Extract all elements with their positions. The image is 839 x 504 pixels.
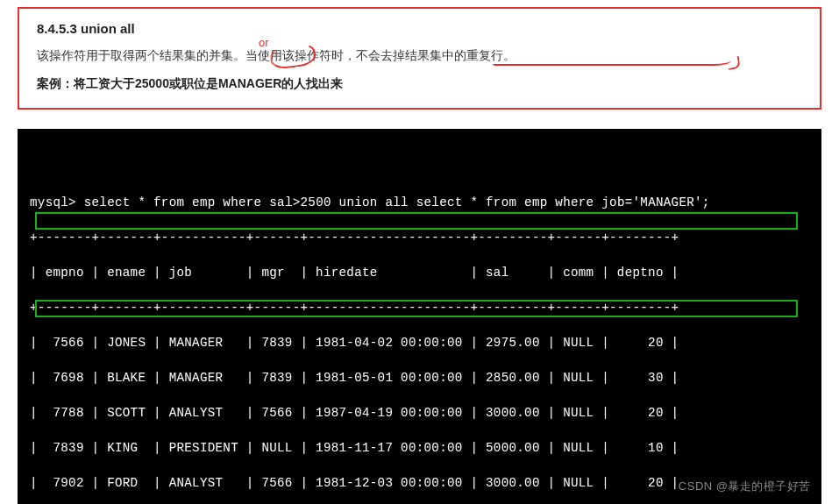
annotation-underline-tail-icon — [727, 56, 741, 70]
paragraph-text-union: 并集 — [209, 48, 233, 62]
terminal-output: mysql> select * from emp where sal>2500 … — [18, 129, 821, 504]
document-box: 8.4.5.3 union all or 该操作符用于取得两个结果集的并集。当使… — [18, 7, 821, 110]
table-row: | 7839 | KING | PRESIDENT | NULL | 1981-… — [30, 439, 811, 457]
watermark-text: CSDN @暴走的橙子好苦 — [679, 479, 811, 494]
prompt-text: mysql> — [30, 195, 76, 209]
table-sep: +-------+-------+-----------+------+----… — [30, 229, 811, 246]
paragraph-text-tail: 不会去掉结果集中的重复行。 — [356, 48, 515, 62]
annotation-circle-icon — [268, 40, 316, 71]
table-row: | 7566 | JONES | MANAGER | 7839 | 1981-0… — [30, 334, 811, 351]
table-row: | 7788 | SCOTT | ANALYST | 7566 | 1987-0… — [30, 404, 811, 422]
paragraph-text-pre: 该操作符用于取得两个结果集的 — [37, 48, 209, 62]
section-paragraph: or 该操作符用于取得两个结果集的并集。当使用该操作符时，不会去掉结果集中的重复… — [37, 48, 802, 64]
annotation-underline-icon — [493, 60, 731, 66]
annotation-or: or — [259, 36, 269, 49]
highlight-box-2 — [35, 300, 798, 317]
table-header: | empno | ename | job | mgr | hiredate |… — [30, 264, 811, 281]
table-row: | 7698 | BLAKE | MANAGER | 7839 | 1981-0… — [30, 369, 811, 387]
terminal-query-line: mysql> select * from emp where sal>2500 … — [30, 194, 811, 211]
query-text: select * from emp where sal>2500 union a… — [84, 195, 710, 209]
case-label: 案例：将工资大于25000或职位是MANAGER的人找出来 — [37, 76, 802, 92]
section-heading: 8.4.5.3 union all — [37, 21, 802, 36]
highlight-box-1 — [35, 212, 798, 230]
